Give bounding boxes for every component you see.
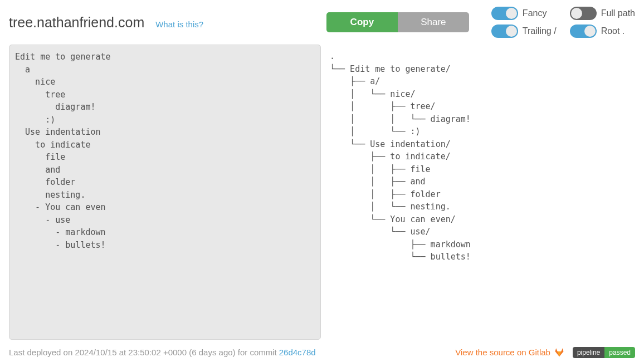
toggle-trailing: Trailing / (491, 25, 557, 38)
what-is-this-link[interactable]: What is this? (155, 19, 203, 29)
share-button[interactable]: Share (398, 12, 469, 32)
toggle-fullpath-switch[interactable] (570, 7, 597, 20)
page-title: tree.nathanfriend.com (9, 14, 144, 31)
toggle-panel: Fancy Full path Trailing / Root . (491, 7, 635, 38)
toggle-fancy: Fancy (491, 7, 557, 20)
pipeline-badge-status: passed (604, 347, 635, 358)
main: . └── Edit me to generate/ ├── a/ │ └── … (0, 40, 644, 340)
footer: Last deployed on 2024/10/15 at 23:50:02 … (9, 346, 635, 359)
deploy-text: Last deployed on 2024/10/15 at 23:50:02 … (9, 348, 277, 357)
commit-link[interactable]: 26d4c78d (279, 348, 316, 357)
toggle-fullpath: Full path (570, 7, 635, 20)
toggle-root-label: Root . (601, 26, 625, 36)
pipeline-badge[interactable]: pipeline passed (573, 347, 635, 358)
button-group: Copy Share (326, 12, 469, 32)
pipeline-badge-label: pipeline (573, 347, 604, 358)
toggle-fancy-switch[interactable] (491, 7, 518, 20)
title-group: tree.nathanfriend.com What is this? (9, 14, 203, 31)
view-source-label: View the source on Gitlab (455, 348, 550, 357)
toggle-fancy-label: Fancy (523, 8, 547, 18)
gitlab-icon (554, 346, 565, 359)
toggle-root-switch[interactable] (570, 25, 597, 38)
header: tree.nathanfriend.com What is this? Copy… (0, 0, 644, 40)
toggle-trailing-switch[interactable] (491, 25, 518, 38)
copy-button[interactable]: Copy (326, 12, 398, 32)
view-source-link[interactable]: View the source on Gitlab (455, 346, 565, 359)
toggle-root: Root . (570, 25, 635, 38)
input-textarea[interactable] (9, 45, 321, 340)
output-tree: . └── Edit me to generate/ ├── a/ │ └── … (330, 45, 635, 340)
toggle-trailing-label: Trailing / (523, 26, 557, 36)
toggle-fullpath-label: Full path (601, 8, 635, 18)
